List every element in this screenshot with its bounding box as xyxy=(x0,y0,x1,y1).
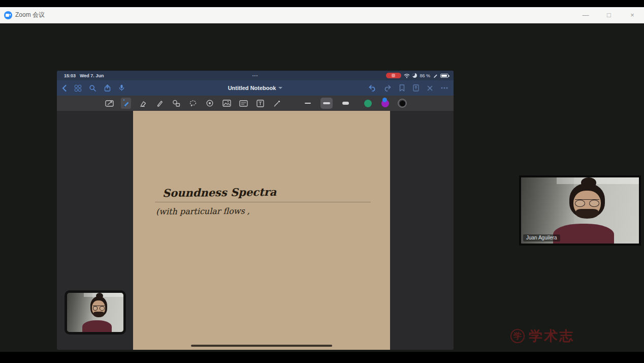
pencil-tool-icon[interactable] xyxy=(154,98,165,109)
undo-icon[interactable] xyxy=(369,85,376,92)
handwriting-title: Soundness Spectra xyxy=(163,186,277,199)
microphone-icon[interactable] xyxy=(119,84,124,92)
battery-percent: 86 % xyxy=(420,73,430,78)
share-icon[interactable] xyxy=(104,84,111,92)
home-indicator[interactable] xyxy=(191,345,332,347)
dnd-moon-icon xyxy=(412,73,417,78)
notebook-page[interactable]: Soundness Spectra (with particular flows… xyxy=(133,111,390,350)
more-options-icon[interactable] xyxy=(441,87,448,89)
eraser-tool-icon[interactable] xyxy=(138,98,148,109)
screenshot-tool-icon[interactable] xyxy=(104,98,114,109)
statusbar-left: 15:03 Wed 7. Jun xyxy=(57,73,104,78)
self-person xyxy=(67,293,123,332)
zoom-titlebar: Zoom 会议 — □ × xyxy=(0,7,644,23)
pen-color-indicator-dot xyxy=(382,98,387,102)
self-view-video[interactable] xyxy=(65,290,126,335)
lasso-tool-icon[interactable] xyxy=(188,98,198,109)
handwriting-subtitle: (with particular flows , xyxy=(156,206,250,216)
statusbar-right: 86 % xyxy=(386,73,454,78)
text-tool-icon[interactable] xyxy=(255,98,265,109)
laser-tool-icon[interactable] xyxy=(272,98,282,109)
status-time: 15:03 xyxy=(64,73,76,78)
watermark: 学 学术志 xyxy=(510,327,574,345)
ipad-statusbar: 15:03 Wed 7. Jun ••• 86 % xyxy=(57,71,454,80)
redo-icon[interactable] xyxy=(384,85,391,92)
participant-video[interactable]: Juan Aguilera xyxy=(519,175,641,246)
pen-tool-icon[interactable] xyxy=(121,98,131,109)
stroke-thin-button[interactable] xyxy=(302,98,314,109)
image-tool-icon[interactable] xyxy=(221,98,232,109)
meeting-content-area: 15:03 Wed 7. Jun ••• 86 % xyxy=(0,23,644,352)
search-icon[interactable] xyxy=(89,85,96,92)
status-date: Wed 7. Jun xyxy=(80,73,104,78)
stroke-thick-button[interactable] xyxy=(339,98,351,109)
maximize-button[interactable]: □ xyxy=(597,7,621,23)
navbar-right-group xyxy=(369,84,454,92)
notebook-navbar: Untitled Notebook xyxy=(57,80,454,96)
participant-name-label: Juan Aguilera xyxy=(523,234,560,241)
notebook-title-menu[interactable]: Untitled Notebook xyxy=(228,85,283,91)
letterbox-bottom xyxy=(0,352,644,363)
watermark-text: 学术志 xyxy=(529,327,574,345)
window-controls: — □ × xyxy=(574,7,644,23)
recording-pill-icon[interactable] xyxy=(386,73,401,78)
pages-grid-icon[interactable] xyxy=(75,85,81,92)
close-button[interactable]: × xyxy=(621,7,644,23)
drawing-toolbar xyxy=(57,96,454,111)
close-presentation-icon[interactable] xyxy=(427,85,433,91)
participant-person xyxy=(521,177,639,244)
navbar-left-group xyxy=(57,84,124,92)
multitask-dots-icon[interactable]: ••• xyxy=(252,73,258,78)
back-icon[interactable] xyxy=(62,85,67,92)
notebook-title: Untitled Notebook xyxy=(228,85,276,91)
zoom-app-icon xyxy=(4,11,12,19)
screen: Zoom 会议 — □ × 15:03 Wed 7. Jun ••• xyxy=(0,0,644,363)
watermark-logo-icon: 学 xyxy=(509,328,526,344)
handwriting-underline xyxy=(155,202,371,202)
stroke-medium-button[interactable] xyxy=(320,98,333,109)
wifi-icon xyxy=(404,73,410,78)
color-black-button[interactable] xyxy=(398,99,407,108)
export-page-icon[interactable] xyxy=(413,84,419,92)
color-green-button[interactable] xyxy=(364,100,372,107)
pencil-status-icon xyxy=(433,73,438,78)
battery-icon xyxy=(440,74,448,78)
card-tool-icon[interactable] xyxy=(238,98,248,109)
focus-pointer-tool-icon[interactable] xyxy=(205,98,215,109)
chevron-down-icon xyxy=(278,87,282,89)
minimize-button[interactable]: — xyxy=(574,7,597,23)
shapes-tool-icon[interactable] xyxy=(171,98,181,109)
bookmark-icon[interactable] xyxy=(399,84,405,92)
letterbox-top xyxy=(0,0,644,7)
window-title: Zoom 会议 xyxy=(15,11,45,19)
